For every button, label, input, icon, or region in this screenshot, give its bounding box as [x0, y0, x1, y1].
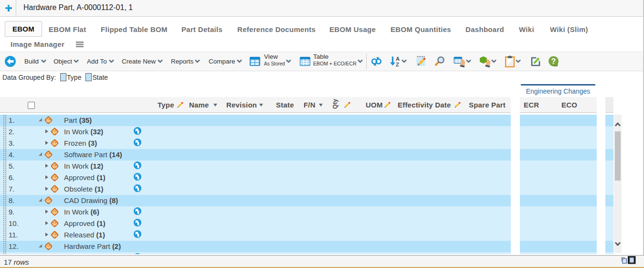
svg-text:Z: Z [396, 62, 399, 67]
svg-text:?: ? [551, 57, 556, 65]
svg-text:A: A [396, 56, 400, 62]
